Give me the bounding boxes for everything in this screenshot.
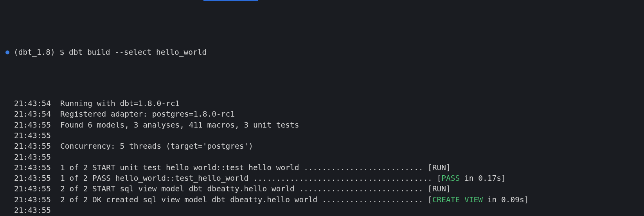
- log-line: 21:43:552 of 2 START sql view model dbt_…: [0, 184, 644, 194]
- log-timestamp: 21:43:54: [14, 98, 51, 109]
- prompt-text: (dbt_1.8) $ dbt build --select hello_wor…: [14, 47, 207, 58]
- log-timestamp: 21:43:55: [14, 162, 51, 173]
- log-line: 21:43:551 of 2 PASS hello_world::test_he…: [0, 173, 644, 184]
- log-timestamp: 21:43:55: [14, 130, 51, 141]
- log-segment: in 0.09s]: [483, 195, 529, 204]
- log-message: Concurrency: 5 threads (target='postgres…: [60, 141, 253, 151]
- log-timestamp: 21:43:55: [14, 194, 51, 205]
- log-segment: CREATE VIEW: [432, 195, 483, 204]
- log-segment: ]: [446, 163, 451, 172]
- log-line: 21:43:55: [0, 130, 644, 141]
- log-line: 21:43:55: [0, 205, 644, 216]
- prompt-line: (dbt_1.8) $ dbt build --select hello_wor…: [0, 47, 644, 58]
- prompt-env: (dbt_1.8): [14, 48, 55, 57]
- log-segment: RUN: [432, 163, 446, 172]
- log-segment: Registered adapter: postgres=1.8.0-rc1: [60, 110, 235, 119]
- log-segment: 1 of 2 PASS hello_world::test_hello_worl…: [60, 174, 441, 183]
- log-line: 21:43:54Registered adapter: postgres=1.8…: [0, 109, 644, 119]
- log-message: 2 of 2 OK created sql view model dbt_dbe…: [60, 194, 529, 205]
- log-message: 1 of 2 START unit_test hello_world::test…: [60, 162, 451, 173]
- log-line: 21:43:55: [0, 152, 644, 162]
- tab-underline-accent: [203, 0, 258, 1]
- log-segment: PASS: [441, 174, 460, 183]
- log-segment: Found 6 models, 3 analyses, 411 macros, …: [60, 121, 299, 130]
- log-line: 21:43:54Running with dbt=1.8.0-rc1: [0, 98, 644, 109]
- log-message: 2 of 2 START sql view model dbt_dbeatty.…: [60, 184, 451, 194]
- log-timestamp: 21:43:55: [14, 152, 51, 162]
- log-timestamp: 21:43:55: [14, 173, 51, 184]
- log-message: Found 6 models, 3 analyses, 411 macros, …: [60, 120, 299, 130]
- log-container: 21:43:54Running with dbt=1.8.0-rc121:43:…: [0, 98, 644, 216]
- log-line: 21:43:552 of 2 OK created sql view model…: [0, 194, 644, 205]
- log-segment: 2 of 2 START sql view model dbt_dbeatty.…: [60, 184, 432, 193]
- log-timestamp: 21:43:54: [14, 109, 51, 119]
- prompt-command: dbt build --select hello_world: [69, 48, 207, 57]
- log-timestamp: 21:43:55: [14, 120, 51, 130]
- prompt-symbol: $: [59, 48, 64, 57]
- log-message: Registered adapter: postgres=1.8.0-rc1: [60, 109, 235, 119]
- log-segment: in 0.17s]: [460, 174, 505, 183]
- log-segment: 2 of 2 OK created sql view model dbt_dbe…: [60, 195, 432, 204]
- log-line: 21:43:55Found 6 models, 3 analyses, 411 …: [0, 120, 644, 130]
- log-timestamp: 21:43:55: [14, 141, 51, 151]
- log-message: 1 of 2 PASS hello_world::test_hello_worl…: [60, 173, 506, 184]
- log-timestamp: 21:43:55: [14, 184, 51, 194]
- log-segment: ]: [446, 184, 451, 193]
- log-segment: Concurrency: 5 threads (target='postgres…: [60, 142, 253, 151]
- log-message: Running with dbt=1.8.0-rc1: [60, 98, 180, 109]
- log-segment: RUN: [432, 184, 446, 193]
- log-segment: 1 of 2 START unit_test hello_world::test…: [60, 163, 432, 172]
- log-line: 21:43:55Concurrency: 5 threads (target='…: [0, 141, 644, 151]
- terminal-output[interactable]: (dbt_1.8) $ dbt build --select hello_wor…: [0, 0, 644, 216]
- log-segment: Running with dbt=1.8.0-rc1: [60, 99, 180, 108]
- prompt-bullet-icon: [5, 50, 9, 54]
- log-line: 21:43:551 of 2 START unit_test hello_wor…: [0, 162, 644, 173]
- log-timestamp: 21:43:55: [14, 205, 51, 216]
